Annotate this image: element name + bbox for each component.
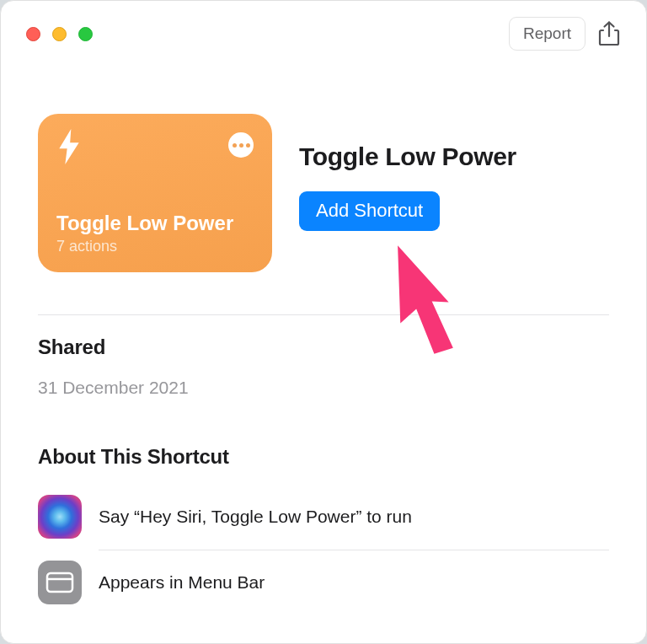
close-window-button[interactable] [26,27,40,41]
divider [38,314,609,315]
more-button[interactable] [228,132,254,158]
row-divider [99,550,609,550]
add-shortcut-button[interactable]: Add Shortcut [299,191,440,231]
page-title: Toggle Low Power [299,142,516,171]
about-section: About This Shortcut Say “Hey Siri, Toggl… [38,445,609,615]
shared-date: 31 December 2021 [38,378,609,398]
window: Report [0,0,647,644]
ellipsis-icon [233,143,250,148]
about-text-menubar: Appears in Menu Bar [99,572,265,593]
titlebar-actions: Report [509,17,623,51]
about-heading: About This Shortcut [38,445,609,469]
report-button[interactable]: Report [509,17,586,51]
share-icon [598,21,620,46]
about-row-menubar: Appears in Menu Bar [38,550,609,615]
shared-section: Shared 31 December 2021 [38,335,609,398]
traffic-lights [26,27,93,41]
about-row-siri: Say “Hey Siri, Toggle Low Power” to run [38,484,609,550]
bolt-icon [56,129,82,164]
hero-right: Toggle Low Power Add Shortcut [299,114,516,231]
maximize-window-button[interactable] [78,27,93,41]
tile-subtitle: 7 actions [56,238,254,255]
about-list: Say “Hey Siri, Toggle Low Power” to run … [38,484,609,615]
minimize-window-button[interactable] [52,27,67,41]
svg-rect-0 [47,573,72,592]
tile-title: Toggle Low Power [56,212,254,236]
tile-header [56,129,254,164]
shortcut-tile[interactable]: Toggle Low Power 7 actions [38,114,272,272]
shared-heading: Shared [38,335,609,359]
titlebar: Report [1,1,646,48]
content: Toggle Low Power 7 actions Toggle Low Po… [1,48,646,615]
menubar-icon [38,561,82,604]
siri-icon [38,495,82,539]
tile-text: Toggle Low Power 7 actions [56,212,254,255]
hero-section: Toggle Low Power 7 actions Toggle Low Po… [38,114,609,272]
window-icon [45,570,75,595]
share-button[interactable] [596,20,623,47]
about-text-siri: Say “Hey Siri, Toggle Low Power” to run [99,507,412,527]
